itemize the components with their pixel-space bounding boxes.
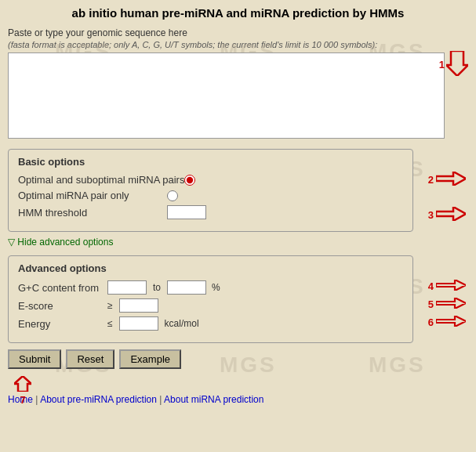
annotation-5-group: 5 <box>428 298 466 311</box>
advanced-options-section: Advanced options G+C content from to % E… <box>8 255 413 343</box>
annotation-2-arrow <box>436 172 466 188</box>
option3-label: HMM threshold <box>18 207 167 219</box>
svg-marker-6 <box>14 376 31 392</box>
option-row-3: HMM threshold <box>18 205 403 219</box>
annotation-6-group: 6 <box>428 316 466 329</box>
gc-unit: % <box>212 282 220 293</box>
annotation-3-number: 3 <box>428 209 434 221</box>
basic-options-title: Basic options <box>18 156 403 168</box>
sequence-input[interactable] <box>8 52 445 139</box>
option1-radio[interactable] <box>184 175 195 186</box>
annotation-4-group: 4 <box>428 280 466 293</box>
basic-options-section: Basic options Optimal and suboptimal miR… <box>8 149 413 232</box>
escore-sym: ≥ <box>107 300 113 311</box>
annotation-6-arrow <box>436 316 466 329</box>
annotation-6-number: 6 <box>428 316 434 328</box>
option-row-1: Optimal and suboptimal miRNA pairs <box>18 174 403 186</box>
svg-marker-0 <box>446 51 468 76</box>
annotation-3-group: 3 <box>428 207 466 223</box>
svg-marker-4 <box>436 298 466 309</box>
escore-row: E-score ≥ <box>18 298 403 313</box>
annotation-1-arrow <box>446 51 468 78</box>
option2-label: Optimal miRNA pair only <box>18 190 167 201</box>
option-row-2: Optimal miRNA pair only <box>18 190 403 201</box>
annotation-7-arrow <box>14 376 31 394</box>
gc-to-label: to <box>153 282 161 293</box>
option1-label: Optimal and suboptimal miRNA pairs <box>18 174 184 186</box>
annotation-4-arrow <box>436 280 466 293</box>
energy-label: Energy <box>18 318 104 330</box>
hmm-threshold-input[interactable] <box>167 205 206 219</box>
page-title: ab initio human pre-miRNA and miRNA pred… <box>8 6 468 20</box>
gc-label: G+C content from <box>18 282 104 294</box>
submit-button[interactable]: Submit <box>8 349 61 369</box>
escore-input[interactable] <box>119 298 158 313</box>
about-mirna-link[interactable]: About miRNA prediction <box>164 394 263 405</box>
footer-links: Home | About pre-miRNA prediction | Abou… <box>8 394 468 405</box>
svg-marker-1 <box>436 172 466 186</box>
annotation-2-number: 2 <box>428 174 434 186</box>
about-premirna-link[interactable]: About pre-miRNA prediction <box>40 394 157 405</box>
example-button[interactable]: Example <box>119 349 181 369</box>
annotation-3-arrow <box>436 207 466 223</box>
energy-row: Energy ≤ kcal/mol <box>18 316 403 331</box>
svg-marker-5 <box>436 316 466 327</box>
annotation-1-number: 1 <box>439 59 445 71</box>
hide-advanced-label: ▽ Hide advanced options <box>8 237 113 248</box>
reset-button[interactable]: Reset <box>66 349 114 369</box>
annotation-7-number: 7 <box>20 394 25 406</box>
annotation-5-number: 5 <box>428 298 434 310</box>
buttons-row: Submit Reset Example 7 <box>8 349 468 369</box>
annotation-2-group: 2 <box>428 172 466 188</box>
escore-label: E-score <box>18 300 104 312</box>
hide-advanced-link[interactable]: ▽ Hide advanced options <box>8 237 468 248</box>
energy-unit: kcal/mol <box>165 318 199 329</box>
advanced-options-title: Advanced options <box>18 262 403 274</box>
gc-row: G+C content from to % <box>18 280 403 295</box>
sequence-label: Paste or type your genomic sequence here <box>8 27 468 38</box>
sequence-hint: (fasta format is acceptable; only A, C, … <box>8 40 468 49</box>
gc-to-input[interactable] <box>167 280 206 295</box>
annotation-4-number: 4 <box>428 280 434 292</box>
annotation-5-arrow <box>436 298 466 311</box>
energy-input[interactable] <box>119 316 158 331</box>
option2-radio[interactable] <box>167 190 178 201</box>
svg-marker-2 <box>436 207 466 221</box>
energy-sym: ≤ <box>107 318 113 329</box>
svg-marker-3 <box>436 280 466 291</box>
gc-from-input[interactable] <box>107 280 147 295</box>
